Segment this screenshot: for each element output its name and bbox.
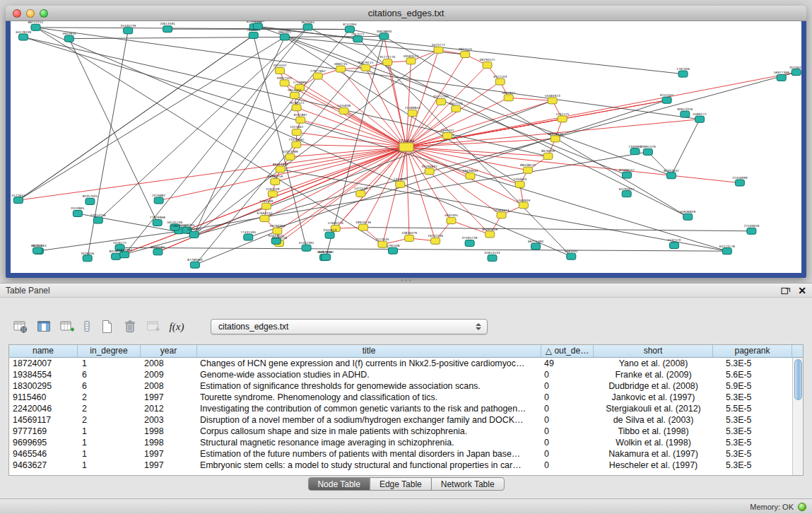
network-node[interactable] (383, 59, 392, 66)
network-node[interactable] (361, 64, 370, 71)
delete-table-icon[interactable] (121, 317, 139, 336)
network-node[interactable] (681, 111, 690, 117)
network-node[interactable] (260, 216, 269, 222)
network-node[interactable] (399, 143, 413, 151)
network-node[interactable] (408, 110, 417, 116)
function-builder-icon[interactable]: f(x) (167, 317, 186, 336)
minimize-window-button[interactable] (26, 9, 35, 18)
network-node[interactable] (154, 197, 163, 204)
network-node[interactable] (543, 153, 553, 160)
table-row[interactable]: 2242004622012Investigating the contribut… (9, 403, 792, 414)
network-node[interactable] (124, 28, 133, 34)
network-node[interactable] (268, 191, 277, 197)
table-row[interactable]: 1938455462009Genome-wide association stu… (9, 369, 792, 380)
network-node[interactable] (83, 255, 92, 262)
network-node[interactable] (153, 249, 163, 255)
network-graph[interactable]: 1724094201443700627502085430276785521876… (11, 21, 801, 273)
network-node[interactable] (313, 73, 322, 79)
network-node[interactable] (33, 247, 42, 254)
network-node[interactable] (722, 248, 731, 255)
network-node[interactable] (296, 117, 305, 123)
network-node[interactable] (13, 197, 23, 204)
network-node[interactable] (551, 136, 560, 142)
network-node[interactable] (567, 253, 576, 259)
network-node[interactable] (623, 172, 632, 178)
network-node[interactable] (292, 105, 301, 111)
tab-network-table[interactable]: Network Table (431, 477, 505, 491)
network-node[interactable] (73, 211, 82, 217)
network-node[interactable] (643, 148, 652, 155)
column-header-name[interactable]: name (9, 345, 78, 358)
create-column-icon[interactable] (58, 317, 76, 336)
network-node[interactable] (495, 78, 505, 85)
table-row[interactable]: 946554611997Estimation of the future num… (9, 448, 792, 460)
network-node[interactable] (434, 47, 443, 53)
network-node[interactable] (461, 52, 470, 58)
network-node[interactable] (523, 167, 532, 173)
network-node[interactable] (276, 166, 285, 173)
network-node[interactable] (497, 212, 506, 218)
network-node[interactable] (112, 253, 121, 259)
window-titlebar[interactable]: citations_edges.txt (6, 6, 806, 21)
table-scrollbar[interactable] (792, 358, 803, 475)
network-node[interactable] (630, 148, 640, 155)
network-node[interactable] (405, 235, 414, 241)
network-node[interactable] (792, 69, 801, 76)
network-node[interactable] (244, 234, 253, 240)
network-node[interactable] (670, 243, 679, 249)
network-node[interactable] (189, 231, 199, 238)
scrollbar-thumb[interactable] (794, 359, 802, 400)
network-node[interactable] (622, 191, 631, 197)
network-node[interactable] (483, 62, 492, 69)
network-node[interactable] (379, 33, 389, 40)
network-node[interactable] (678, 71, 688, 77)
network-node[interactable] (302, 245, 311, 251)
float-panel-icon[interactable] (781, 286, 791, 295)
network-node[interactable] (558, 116, 567, 122)
table-row[interactable]: 969969511998Structural magnetic resonanc… (9, 437, 792, 448)
network-node[interactable] (86, 198, 95, 204)
network-node[interactable] (548, 98, 557, 104)
network-node[interactable] (271, 178, 280, 185)
column-header-year[interactable]: year (141, 345, 197, 358)
table-row[interactable]: 1872400712008Changes of HCN gene express… (9, 358, 792, 369)
network-node[interactable] (356, 190, 365, 197)
network-node[interactable] (303, 24, 312, 30)
table-row[interactable]: 911546021997Tourette syndrome. Phenomeno… (9, 392, 792, 403)
tab-edge-table[interactable]: Edge Table (370, 477, 432, 491)
network-node[interactable] (425, 168, 434, 175)
network-node[interactable] (190, 262, 199, 268)
tab-node-table[interactable]: Node Table (307, 477, 370, 491)
network-node[interactable] (31, 24, 40, 30)
network-node[interactable] (504, 95, 513, 101)
table-chooser-dropdown[interactable]: citations_edges.txt (211, 319, 488, 334)
network-node[interactable] (93, 217, 102, 223)
network-node[interactable] (747, 228, 756, 234)
network-node[interactable] (431, 238, 440, 244)
table-row[interactable]: 1456911722003Disruption of a novel membe… (9, 414, 792, 426)
network-node[interactable] (437, 99, 446, 105)
network-node[interactable] (280, 80, 289, 86)
network-node[interactable] (447, 218, 456, 224)
network-node[interactable] (275, 68, 284, 74)
network-node[interactable] (443, 133, 452, 139)
table-row[interactable]: 977716911998Corpus callosum shape and si… (9, 426, 792, 437)
table-mode-icon[interactable] (11, 317, 30, 336)
network-node[interactable] (280, 34, 289, 40)
network-node[interactable] (666, 173, 676, 179)
delete-column-icon[interactable] (81, 317, 93, 336)
network-node[interactable] (261, 203, 271, 209)
network-node[interactable] (273, 228, 282, 234)
close-panel-icon[interactable]: ✕ (798, 286, 806, 296)
new-table-icon[interactable] (98, 317, 116, 336)
network-node[interactable] (662, 97, 671, 103)
close-window-button[interactable] (13, 9, 21, 18)
network-canvas[interactable]: 1724094201443700627502085430276785521876… (11, 21, 801, 273)
column-header-out_degree[interactable]: △ out_de… (541, 345, 594, 358)
network-node[interactable] (163, 26, 172, 33)
column-header-short[interactable]: short (594, 345, 713, 358)
network-node[interactable] (389, 247, 398, 254)
network-node[interactable] (396, 181, 405, 187)
column-header-in_degree[interactable]: in_degree (78, 345, 141, 358)
network-node[interactable] (153, 220, 162, 226)
